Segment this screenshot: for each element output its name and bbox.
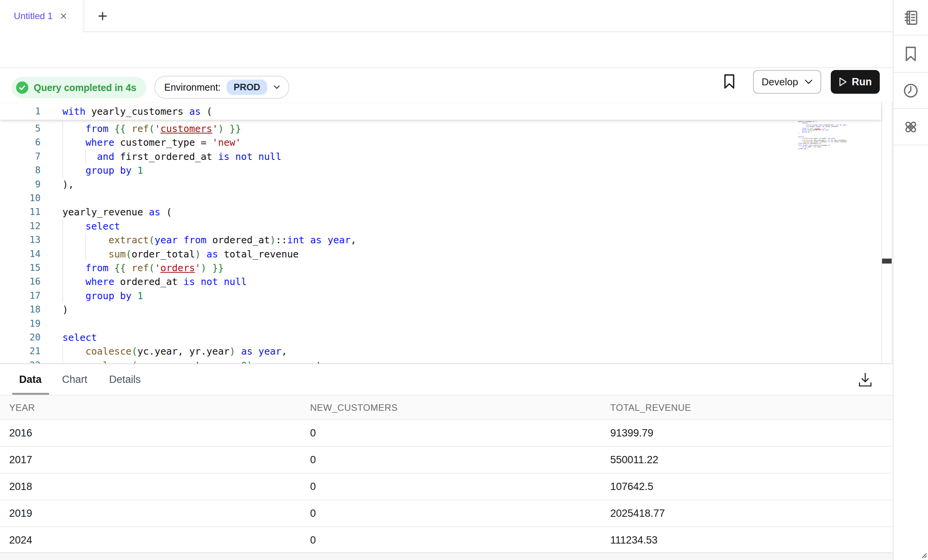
line-number: 6 bbox=[0, 135, 41, 150]
results-panel: Data Chart Details YEAR NEW_CUSTOMERS TO… bbox=[0, 363, 893, 560]
query-status-text: Query completed in 4s bbox=[34, 82, 136, 93]
table-row: 20240111234.53 bbox=[0, 527, 893, 554]
code-text: with yearly_customers as ( bbox=[62, 103, 212, 120]
download-icon bbox=[858, 371, 872, 387]
table-row: 2016091399.79 bbox=[0, 420, 893, 447]
sticky-line-1: 1with yearly_customers as ( bbox=[0, 103, 881, 120]
line-number: 11 bbox=[0, 205, 41, 219]
code-line: 10 bbox=[0, 191, 881, 205]
code-text: group by 1 bbox=[62, 163, 143, 177]
check-circle-icon bbox=[16, 81, 28, 94]
lineage-icon bbox=[902, 118, 920, 136]
notebook-icon bbox=[902, 9, 920, 26]
line-number: 5 bbox=[0, 122, 41, 136]
line-number: 1 bbox=[0, 103, 41, 120]
bookmark-icon bbox=[902, 45, 920, 63]
chevron-down-icon bbox=[804, 79, 813, 85]
tab-bar: Untitled 1 bbox=[0, 0, 893, 32]
bookmarks-panel-button[interactable] bbox=[894, 36, 928, 73]
line-number: 20 bbox=[0, 330, 41, 345]
line-number: 10 bbox=[0, 191, 41, 205]
develop-label: Develop bbox=[761, 76, 798, 88]
line-number: 8 bbox=[0, 163, 41, 177]
environment-label: Environment: bbox=[164, 82, 221, 93]
code-text: group by 1 bbox=[62, 289, 143, 303]
line-number: 9 bbox=[0, 177, 41, 192]
table-cell: 2024 bbox=[9, 527, 32, 553]
tab-details[interactable]: Details bbox=[109, 364, 141, 395]
line-number: 22 bbox=[0, 358, 41, 363]
line-number: 15 bbox=[0, 261, 41, 275]
table-row: 20180107642.5 bbox=[0, 474, 893, 500]
code-line: 21 coalesce(yc.year, yr.year) as year, bbox=[0, 344, 881, 358]
table-cell: 91399.79 bbox=[610, 420, 654, 446]
code-text: from {{ ref('orders') }} bbox=[62, 261, 224, 275]
code-line: 6 where customer_type = 'new' bbox=[0, 135, 881, 150]
line-number: 16 bbox=[0, 275, 41, 289]
table-cell: 0 bbox=[310, 447, 316, 473]
plus-icon bbox=[97, 11, 108, 21]
code-line: 8 group by 1 bbox=[0, 163, 881, 177]
close-icon[interactable] bbox=[59, 12, 68, 20]
line-number: 21 bbox=[0, 344, 41, 358]
run-label: Run bbox=[852, 76, 872, 88]
code-text: where ordered_at is not null bbox=[62, 275, 247, 289]
code-line: 14 sum(order_total) as total_revenue bbox=[0, 247, 881, 261]
code-line: 12 select bbox=[0, 219, 881, 233]
tab-data[interactable]: Data bbox=[19, 364, 42, 395]
table-header: YEAR NEW_CUSTOMERS TOTAL_REVENUE bbox=[0, 396, 893, 420]
environment-selector[interactable]: Environment: PROD bbox=[154, 76, 289, 99]
code-line: 9), bbox=[0, 177, 881, 192]
table-row: 201902025418.77 bbox=[0, 500, 893, 527]
code-line: 18) bbox=[0, 303, 881, 317]
table-cell: 2019 bbox=[9, 500, 32, 526]
tab-chart[interactable]: Chart bbox=[62, 364, 87, 395]
column-header-new-customers: NEW_CUSTOMERS bbox=[310, 396, 398, 420]
table-cell: 0 bbox=[310, 474, 316, 500]
line-number: 7 bbox=[0, 150, 41, 164]
table-cell: 550011.22 bbox=[610, 447, 658, 473]
table-cell: 0 bbox=[310, 500, 316, 526]
code-text: ) bbox=[62, 303, 68, 317]
resize-grip-icon bbox=[921, 552, 927, 558]
code-line: 22 coalesce(yc.new_customers, 0) as new_… bbox=[0, 358, 881, 363]
download-results-button[interactable] bbox=[854, 368, 876, 391]
editor-scrollbar[interactable] bbox=[881, 101, 892, 363]
code-line: 13 extract(year from ordered_at)::int as… bbox=[0, 233, 881, 247]
table-row: 20170550011.22 bbox=[0, 447, 893, 474]
query-status-badge: Query completed in 4s bbox=[11, 77, 146, 98]
tab-untitled-1[interactable]: Untitled 1 bbox=[0, 0, 84, 32]
column-header-total-revenue: TOTAL_REVENUE bbox=[610, 396, 691, 420]
horizontal-scrollbar-track[interactable] bbox=[0, 552, 893, 560]
code-line: 17 group by 1 bbox=[0, 289, 881, 303]
code-text: coalesce(yc.year, yr.year) as year, bbox=[62, 344, 287, 358]
table-body: 2016091399.7920170550011.2220180107642.5… bbox=[0, 420, 893, 554]
bookmark-button[interactable] bbox=[723, 73, 737, 90]
history-panel-button[interactable] bbox=[894, 73, 928, 109]
toolbar: Develop Run bbox=[0, 32, 893, 68]
code-line: 19 bbox=[0, 317, 881, 331]
scrollbar-thumb[interactable] bbox=[882, 259, 892, 264]
sql-editor[interactable]: 5 from {{ ref('customers') }}6 where cus… bbox=[0, 101, 893, 363]
run-button[interactable]: Run bbox=[831, 70, 880, 94]
code-line: 16 where ordered_at is not null bbox=[0, 275, 881, 289]
lineage-panel-button[interactable] bbox=[894, 109, 928, 145]
right-sidebar bbox=[893, 0, 928, 560]
code-text: yearly_revenue as ( bbox=[62, 205, 172, 219]
notebook-panel-button[interactable] bbox=[894, 0, 928, 36]
code-text: coalesce(yc.new_customers, 0) as new_cus… bbox=[62, 358, 356, 363]
line-number: 13 bbox=[0, 233, 41, 247]
code-text: where customer_type = 'new' bbox=[62, 135, 241, 150]
line-number: 12 bbox=[0, 219, 41, 233]
table-cell: 0 bbox=[310, 420, 316, 446]
table-cell: 2017 bbox=[9, 447, 32, 473]
tab-label: Untitled 1 bbox=[14, 11, 52, 21]
column-header-year: YEAR bbox=[9, 396, 35, 420]
code-text: extract(year from ordered_at)::int as ye… bbox=[62, 233, 356, 247]
table-cell: 2025418.77 bbox=[610, 500, 665, 526]
develop-dropdown[interactable]: Develop bbox=[753, 70, 821, 94]
code-text: sum(order_total) as total_revenue bbox=[62, 247, 299, 261]
resize-grip[interactable] bbox=[921, 552, 927, 558]
new-tab-button[interactable] bbox=[91, 0, 114, 32]
chevron-down-icon bbox=[273, 85, 280, 90]
